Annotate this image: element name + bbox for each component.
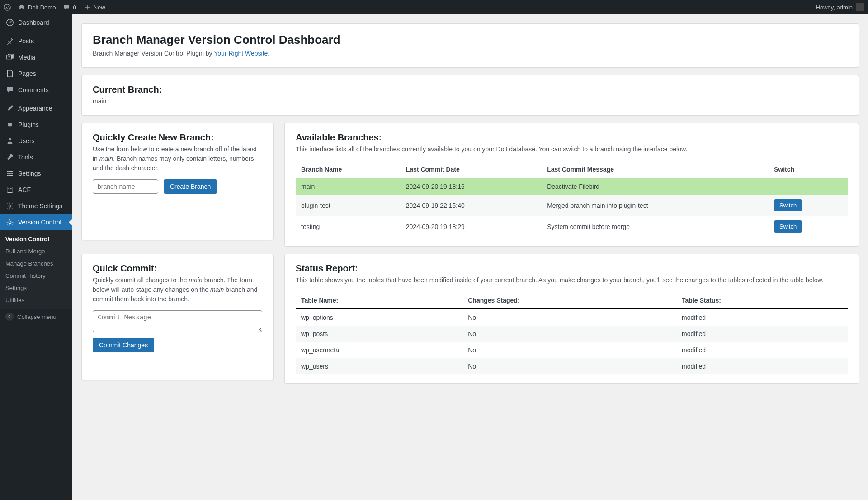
table-row: testing 2024-09-20 19:18:29 System commi… xyxy=(296,216,848,237)
sidebar-item-dashboard[interactable]: Dashboard xyxy=(0,14,72,31)
svg-rect-9 xyxy=(10,188,12,189)
gear-icon xyxy=(5,218,14,227)
sidebar-item-users[interactable]: Users xyxy=(0,133,72,149)
submenu-settings[interactable]: Settings xyxy=(0,282,72,294)
current-branch-card: Current Branch: main xyxy=(81,75,859,116)
cell-commit-msg: Merged branch main into plugin-test xyxy=(542,195,769,216)
cell-commit-msg: System commit before merge xyxy=(542,216,769,237)
svg-rect-7 xyxy=(7,187,13,193)
cell-status: modified xyxy=(676,358,848,374)
svg-point-4 xyxy=(8,171,9,172)
svg-point-3 xyxy=(9,138,11,140)
commit-message-input[interactable] xyxy=(93,310,262,332)
col-table-status: Table Status: xyxy=(676,292,848,309)
sidebar-item-appearance[interactable]: Appearance xyxy=(0,100,72,117)
commit-changes-button[interactable]: Commit Changes xyxy=(93,338,154,352)
cell-commit-date: 2024-09-20 19:18:29 xyxy=(401,216,542,237)
current-branch-heading: Current Branch: xyxy=(93,84,848,95)
comment-icon xyxy=(5,85,14,94)
branches-card: Available Branches: This interface lists… xyxy=(284,123,859,247)
status-table: Table Name: Changes Staged: Table Status… xyxy=(296,292,848,374)
quick-commit-desc: Quickly commit all changes to the main b… xyxy=(93,276,262,304)
create-branch-heading: Quickly Create New Branch: xyxy=(93,132,262,143)
svg-point-10 xyxy=(9,205,11,207)
status-heading: Status Report: xyxy=(296,263,848,274)
sidebar-item-acf[interactable]: ACF xyxy=(0,182,72,198)
cell-staged: No xyxy=(462,342,676,358)
cell-branch-name: plugin-test xyxy=(296,195,401,216)
submenu-commit-history[interactable]: Commit History xyxy=(0,270,72,282)
switch-button[interactable]: Switch xyxy=(774,199,802,211)
cell-status: modified xyxy=(676,342,848,358)
table-row: plugin-test 2024-09-19 22:15:40 Merged b… xyxy=(296,195,848,216)
sidebar-item-comments[interactable]: Comments xyxy=(0,82,72,98)
table-row: wp_options No modified xyxy=(296,309,848,326)
svg-point-5 xyxy=(10,173,12,174)
header-card: Branch Manager Version Control Dashboard… xyxy=(81,23,859,68)
page-title: Branch Manager Version Control Dashboard xyxy=(93,33,848,47)
submenu-version-control[interactable]: Version Control xyxy=(0,233,72,245)
submenu-utilities[interactable]: Utilities xyxy=(0,294,72,306)
cell-staged: No xyxy=(462,309,676,326)
cell-status: modified xyxy=(676,326,848,342)
table-row: wp_usermeta No modified xyxy=(296,342,848,358)
media-icon xyxy=(5,53,14,62)
site-link[interactable]: Dolt Demo xyxy=(18,4,56,11)
table-row: wp_users No modified xyxy=(296,358,848,374)
sliders-icon xyxy=(5,169,14,178)
quick-commit-card: Quick Commit: Quickly commit all changes… xyxy=(81,254,274,380)
quick-commit-heading: Quick Commit: xyxy=(93,263,262,274)
cell-switch: Switch xyxy=(769,195,848,216)
cell-branch-name: testing xyxy=(296,216,401,237)
cell-table-name: wp_usermeta xyxy=(296,342,462,358)
collapse-menu[interactable]: Collapse menu xyxy=(0,309,72,324)
sidebar-item-plugins[interactable]: Plugins xyxy=(0,117,72,133)
col-last-commit-msg: Last Commit Message xyxy=(542,161,769,178)
sidebar-item-tools[interactable]: Tools xyxy=(0,149,72,165)
create-branch-button[interactable]: Create Branch xyxy=(164,179,217,194)
wp-logo[interactable] xyxy=(4,4,11,11)
sidebar-item-media[interactable]: Media xyxy=(0,49,72,65)
sidebar-item-theme-settings[interactable]: Theme Settings xyxy=(0,198,72,214)
submenu-manage-branches[interactable]: Manage Branches xyxy=(0,257,72,270)
status-desc: This table shows you the tables that hav… xyxy=(296,276,848,285)
branches-heading: Available Branches: xyxy=(296,132,848,143)
cell-commit-date: 2024-09-20 19:18:16 xyxy=(401,178,542,195)
page-icon xyxy=(5,69,14,78)
admin-sidebar: Dashboard Posts Media Pages Comments App… xyxy=(0,14,72,500)
sidebar-item-posts[interactable]: Posts xyxy=(0,33,72,49)
svg-point-6 xyxy=(8,175,9,176)
sidebar-item-settings[interactable]: Settings xyxy=(0,165,72,182)
comments-link[interactable]: 0 xyxy=(63,4,76,11)
sidebar-item-pages[interactable]: Pages xyxy=(0,65,72,82)
sidebar-submenu: Version Control Pull and Merge Manage Br… xyxy=(0,230,72,309)
brush-icon xyxy=(5,104,14,113)
dashboard-icon xyxy=(5,18,14,27)
account-menu[interactable]: Howdy, admin xyxy=(816,3,864,11)
cell-switch xyxy=(769,178,848,195)
user-icon xyxy=(5,136,14,145)
cell-commit-msg: Deactivate Filebird xyxy=(542,178,769,195)
switch-button[interactable]: Switch xyxy=(774,220,802,233)
col-branch-name: Branch Name xyxy=(296,161,401,178)
new-content[interactable]: New xyxy=(84,4,105,11)
cell-table-name: wp_users xyxy=(296,358,462,374)
author-link[interactable]: Your Right Website xyxy=(214,50,268,57)
collapse-icon xyxy=(5,313,14,321)
col-switch: Switch xyxy=(769,161,848,178)
pin-icon xyxy=(5,37,14,46)
submenu-pull-merge[interactable]: Pull and Merge xyxy=(0,245,72,257)
cell-status: modified xyxy=(676,309,848,326)
branches-desc: This interface lists all of the branches… xyxy=(296,145,848,154)
svg-rect-8 xyxy=(8,188,9,189)
col-last-commit-date: Last Commit Date xyxy=(401,161,542,178)
col-changes-staged: Changes Staged: xyxy=(462,292,676,309)
branch-name-input[interactable] xyxy=(93,179,158,194)
table-row: wp_posts No modified xyxy=(296,326,848,342)
cell-staged: No xyxy=(462,326,676,342)
create-branch-card: Quickly Create New Branch: Use the form … xyxy=(81,123,274,240)
current-branch-value: main xyxy=(93,97,848,106)
cell-staged: No xyxy=(462,358,676,374)
sidebar-item-version-control[interactable]: Version Control xyxy=(0,214,72,230)
cell-table-name: wp_options xyxy=(296,309,462,326)
